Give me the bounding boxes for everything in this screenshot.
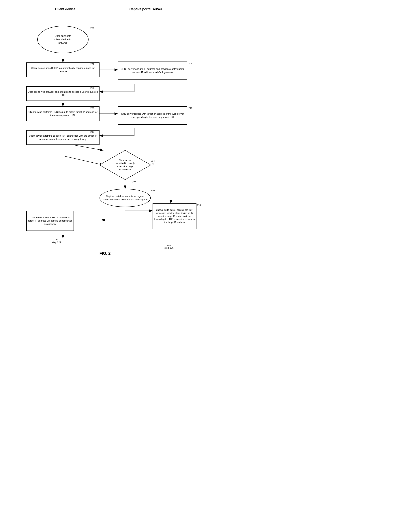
label-216: 216 [151,189,155,192]
step-218-text: Captive portal server accepts the TCP co… [154,209,195,224]
step-212: Client device attempts to open TCP conne… [26,130,99,145]
step-208: Client device performs DNS lookup to obt… [26,106,99,121]
step-200-text: User connects client device to network [54,34,72,45]
label-214: 214 [151,160,155,162]
step-204-text: DHCP server assigns IP address and provi… [119,67,186,74]
step-210: DNS server replies with target IP addres… [118,106,187,125]
step-200: User connects client device to network [37,26,89,53]
label-204: 204 [188,62,192,65]
step-202-text: Client device uses DHCP to automatically… [28,66,98,73]
step-220: Client device sends HTTP request to targ… [26,211,74,231]
no-label: no [152,162,154,165]
label-208: 208 [90,107,94,109]
step-202: Client device uses DHCP to automatically… [26,62,99,77]
step-210-text: DNS server replies with target IP addres… [119,112,186,119]
page: Client device Captive portal server [14,0,196,267]
from-step-label: from step 236 [165,244,174,249]
to-step-label: to step 222 [52,238,61,244]
fig-label: FIG. 2 [21,251,189,256]
label-218: 218 [197,204,201,207]
step-204: DHCP server assigns IP address and provi… [118,62,187,80]
step-220-text: Client device sends HTTP request to targ… [28,216,72,226]
label-206: 206 [90,87,94,89]
step-218: Captive portal server accepts the TCP co… [153,203,196,229]
step-214-text: Client device permitted to directly acce… [110,157,140,173]
client-device-header: Client device [55,7,75,11]
step-208-text: Client device performs DNS lookup to obt… [28,110,98,117]
step-212-text: Client device attempts to open TCP conne… [28,134,98,141]
captive-portal-header: Captive portal server [129,7,162,11]
yes-label: yes [132,180,136,183]
step-216: Captive portal server acts as regular ga… [99,189,151,207]
label-220: 220 [73,211,77,214]
step-214: Client device permitted to directly acce… [99,150,151,180]
step-206: User opens web browser and attempts to a… [26,86,99,101]
step-206-text: User opens web browser and attempts to a… [28,90,98,97]
step-216-text: Captive portal server acts as regular ga… [102,195,149,201]
label-210: 210 [188,107,192,109]
label-202: 202 [90,63,94,66]
label-212: 212 [90,131,94,133]
column-headers: Client device Captive portal server [21,7,189,11]
label-200: 200 [90,27,94,30]
diagram: User connects client device to network 2… [21,17,189,246]
